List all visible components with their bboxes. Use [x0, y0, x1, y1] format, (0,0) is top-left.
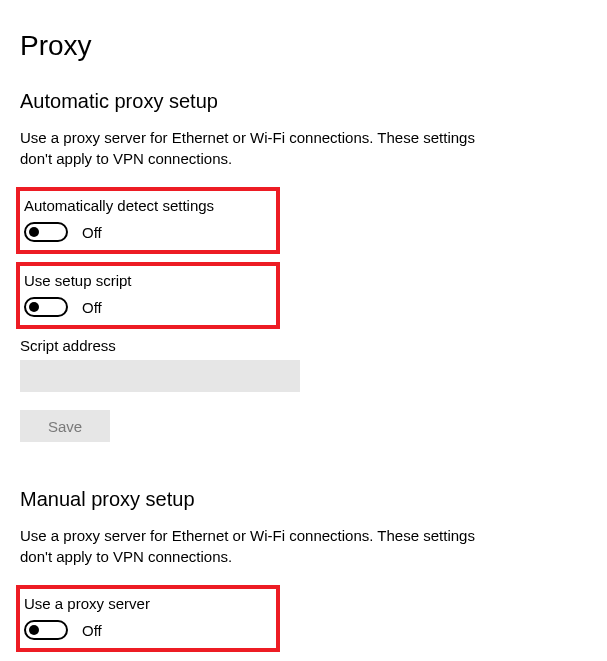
manual-section-heading: Manual proxy setup	[20, 488, 587, 511]
script-address-label: Script address	[20, 337, 587, 354]
page-title: Proxy	[20, 30, 587, 62]
use-proxy-state: Off	[82, 622, 102, 639]
setup-script-state: Off	[82, 299, 102, 316]
manual-description: Use a proxy server for Ethernet or Wi-Fi…	[20, 525, 480, 567]
setup-script-label: Use setup script	[24, 272, 272, 289]
use-proxy-toggle[interactable]	[24, 620, 68, 640]
use-proxy-toggle-group: Use a proxy server Off	[16, 585, 280, 652]
autodetect-label: Automatically detect settings	[24, 197, 272, 214]
automatic-section-heading: Automatic proxy setup	[20, 90, 587, 113]
setup-script-toggle-group: Use setup script Off	[16, 262, 280, 329]
autodetect-toggle-group: Automatically detect settings Off	[16, 187, 280, 254]
automatic-description: Use a proxy server for Ethernet or Wi-Fi…	[20, 127, 480, 169]
toggle-knob-icon	[29, 625, 39, 635]
toggle-knob-icon	[29, 227, 39, 237]
autodetect-state: Off	[82, 224, 102, 241]
save-button[interactable]: Save	[20, 410, 110, 442]
autodetect-toggle[interactable]	[24, 222, 68, 242]
toggle-knob-icon	[29, 302, 39, 312]
use-proxy-label: Use a proxy server	[24, 595, 272, 612]
script-address-input[interactable]	[20, 360, 300, 392]
setup-script-toggle[interactable]	[24, 297, 68, 317]
